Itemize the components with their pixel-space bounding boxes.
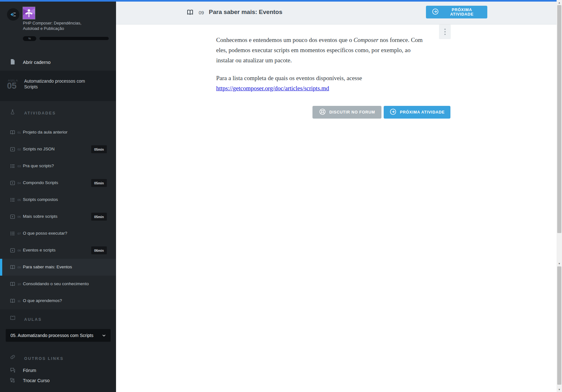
- activity-title: Para saber mais: Eventos: [209, 9, 282, 16]
- open-notebook-button[interactable]: Abrir caderno: [0, 54, 116, 71]
- chevron-down-icon: [102, 333, 106, 339]
- open-book-icon: [186, 9, 194, 17]
- book-icon: [10, 129, 16, 137]
- activity-header: 09 Para saber mais: Eventos PRÓXIMA ATIV…: [116, 2, 557, 24]
- activity-item-label: O que aprendemos?: [23, 298, 62, 303]
- activity-item-number: 09: [17, 265, 21, 269]
- course-logo: [23, 7, 35, 19]
- collapse-sidebar-icon: [10, 11, 17, 18]
- video-icon: [10, 247, 16, 255]
- activity-item-08[interactable]: 08Eventos e scripts06min: [0, 242, 116, 259]
- progress-percent-pill: %: [23, 36, 36, 41]
- activity-item-label: Scripts no JSON: [23, 147, 55, 151]
- book-icon: [10, 298, 16, 305]
- activity-item-number: 07: [17, 232, 21, 235]
- kebab-menu-icon: [444, 34, 446, 35]
- video-icon: [10, 214, 16, 221]
- book-icon: [10, 281, 16, 288]
- discuss-forum-label: DISCUTIR NO FORUM: [329, 110, 375, 114]
- other-link-fórum[interactable]: Fórum: [0, 366, 116, 376]
- circle-arrow-right-icon: [432, 8, 439, 16]
- activity-item-number: 04: [17, 181, 21, 185]
- progress-bar: [39, 37, 109, 40]
- activity-item-04[interactable]: 04Compondo Scripts05min: [0, 175, 116, 191]
- flask-icon: [10, 109, 16, 117]
- external-link[interactable]: https://getcomposer.org/doc/articles/scr…: [216, 85, 329, 92]
- activity-item-09[interactable]: 09Para saber mais: Eventos: [0, 259, 116, 276]
- page: PHP Composer: Dependências, Autoload e P…: [0, 0, 562, 392]
- top-accent-border: [0, 0, 562, 2]
- lesson-select-value: 05. Automatizando processos com Scripts: [10, 333, 93, 338]
- activity-item-number: 05: [17, 198, 21, 202]
- video-icon: [10, 146, 16, 154]
- aulas-header-label: AULAS: [24, 317, 42, 322]
- activities-header: ATIVIDADES: [0, 101, 116, 124]
- activity-item-02[interactable]: 02Scripts no JSON05min: [0, 141, 116, 158]
- list-icon: [10, 230, 16, 238]
- activities-section: ATIVIDADES 01Projeto da aula anterior02S…: [0, 101, 116, 309]
- activity-item-label: Para saber mais: Eventos: [23, 265, 72, 269]
- activity-item-label: Projeto da aula anterior: [23, 130, 67, 134]
- activity-item-03[interactable]: 03Pra que scripts?: [0, 158, 116, 175]
- other-links-header-label: OUTROS LINKS: [24, 356, 64, 361]
- activity-item-01[interactable]: 01Projeto da aula anterior: [0, 124, 116, 141]
- activity-item-number: 06: [17, 215, 21, 218]
- lesson-select-dropdown[interactable]: 05. Automatizando processos com Scripts: [6, 329, 111, 342]
- activity-item-11[interactable]: 11O que aprendemos?: [0, 292, 116, 309]
- scroll-down-arrow-icon[interactable]: ▼: [557, 387, 562, 392]
- activity-item-07[interactable]: 07O que posso executar?: [0, 225, 116, 242]
- activity-item-number: 11: [17, 299, 21, 303]
- discuss-forum-button[interactable]: DISCUTIR NO FORUM: [312, 106, 381, 119]
- open-book-icon: [10, 315, 16, 322]
- next-activity-button-bottom[interactable]: PRÓXIMA ATIVIDADE: [384, 106, 450, 119]
- activity-item-05[interactable]: 05Scripts compostos: [0, 191, 116, 208]
- lesson-content: Conhecemos e entendemos um pouco dos eve…: [116, 24, 557, 392]
- video-icon: [10, 180, 16, 187]
- scrollbar[interactable]: ▲ ▼ ▼: [557, 0, 562, 392]
- circle-arrow-right-icon: [389, 108, 397, 116]
- aulas-header: AULAS: [0, 309, 116, 325]
- duration-badge: 05min: [91, 213, 107, 221]
- scrollbar-thumb[interactable]: [557, 5, 561, 233]
- book-icon: [10, 264, 16, 272]
- activity-item-label: Mais sobre scripts: [23, 214, 58, 219]
- activity-item-label: Pra que scripts?: [23, 163, 54, 168]
- list-icon: [10, 197, 16, 204]
- duration-badge: 05min: [91, 179, 107, 187]
- scroll-down-arrow-icon[interactable]: ▼: [557, 261, 562, 266]
- other-links-header: OUTROS LINKS: [0, 348, 116, 366]
- activity-item-label: Compondo Scripts: [23, 180, 58, 185]
- next-activity-label: PRÓXIMA ATIVIDADE: [400, 110, 445, 114]
- activities-header-label: ATIVIDADES: [24, 111, 56, 115]
- activity-item-label: Consolidando o seu conhecimento: [23, 281, 89, 286]
- forum-icon: [10, 367, 16, 375]
- course-title: PHP Composer: Dependências, Autoload e P…: [23, 20, 106, 31]
- activity-item-06[interactable]: 06Mais sobre scripts05min: [0, 208, 116, 225]
- activity-item-number: 10: [17, 282, 21, 286]
- other-link-trocar-curso[interactable]: Trocar Curso: [0, 376, 116, 386]
- next-activity-button[interactable]: PRÓXIMA ATIVIDADE: [426, 6, 487, 18]
- current-lesson-block: AULA 05 Automatizando processos com Scri…: [0, 71, 116, 101]
- activity-actions: DISCUTIR NO FORUM PRÓXIMA ATIVIDADE: [216, 106, 450, 119]
- course-progress: %: [23, 36, 109, 41]
- activity-item-10[interactable]: 10Consolidando o seu conhecimento: [0, 276, 116, 292]
- other-links-section: OUTROS LINKS FórumTrocar Curso: [0, 348, 116, 392]
- activity-item-number: 02: [17, 148, 21, 151]
- next-activity-label: PRÓXIMA ATIVIDADE: [442, 8, 482, 17]
- lifebuoy-icon: [319, 108, 326, 116]
- kebab-menu-icon: [444, 31, 446, 32]
- scrollbar-thumb[interactable]: [557, 266, 561, 385]
- open-notebook-label: Abrir caderno: [23, 60, 51, 65]
- other-link-label: Fórum: [23, 368, 36, 373]
- activity-item-label: Eventos e scripts: [23, 248, 56, 252]
- more-options-button[interactable]: [439, 24, 451, 39]
- collapse-sidebar-button[interactable]: [7, 8, 19, 21]
- scroll-up-arrow-icon[interactable]: ▲: [557, 0, 562, 5]
- activity-item-number: 01: [17, 131, 21, 134]
- activity-item-number: 08: [17, 249, 21, 252]
- activities-list: 01Projeto da aula anterior02Scripts no J…: [0, 124, 116, 309]
- emphasized-term: Composer: [353, 37, 378, 43]
- activity-item-label: O que posso executar?: [23, 231, 67, 236]
- lesson-title: Automatizando processos com Scripts: [24, 78, 97, 90]
- paragraph: Para a lista completa de quais os evento…: [216, 73, 427, 93]
